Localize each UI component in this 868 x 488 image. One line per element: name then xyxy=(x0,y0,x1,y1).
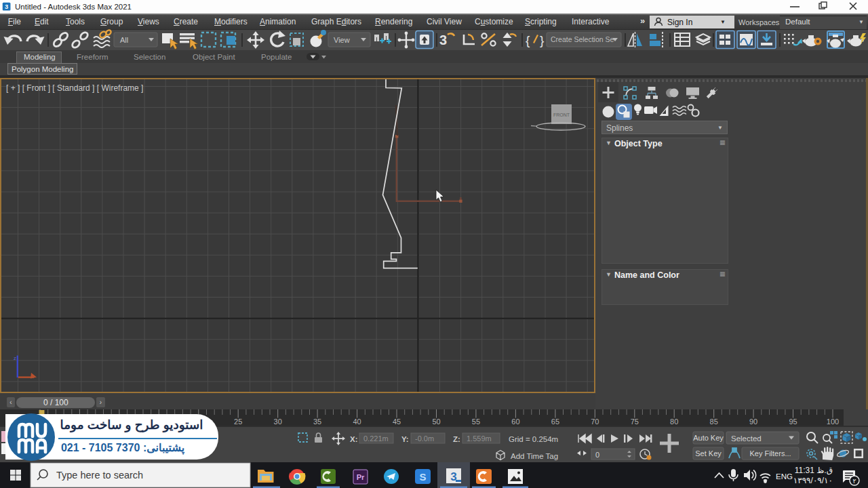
svg-text:Set Key: Set Key xyxy=(695,449,722,458)
svg-text:Z:: Z: xyxy=(453,435,460,443)
svg-text:3: 3 xyxy=(5,3,8,10)
svg-text:Add Time Tag: Add Time Tag xyxy=(511,452,558,460)
svg-text:70: 70 xyxy=(591,418,599,426)
svg-text:90: 90 xyxy=(749,418,757,426)
svg-text:30: 30 xyxy=(274,418,282,426)
svg-text:65: 65 xyxy=(551,418,559,426)
svg-text:Selected: Selected xyxy=(731,434,762,443)
svg-text:55: 55 xyxy=(472,418,480,426)
svg-text:ENG: ENG xyxy=(776,472,793,481)
svg-text:Type here to search: Type here to search xyxy=(56,470,143,481)
svg-text:25: 25 xyxy=(234,418,242,426)
svg-text:-0.0m: -0.0m xyxy=(415,434,434,443)
svg-text:S: S xyxy=(419,471,426,483)
svg-text:3: 3 xyxy=(439,33,447,47)
svg-text:60: 60 xyxy=(511,418,519,426)
svg-text:35: 35 xyxy=(313,418,321,426)
svg-text:0.221m: 0.221m xyxy=(363,434,389,443)
svg-text:1.559m: 1.559m xyxy=(467,434,492,443)
svg-text:All: All xyxy=(120,36,128,44)
svg-text:Pr: Pr xyxy=(357,473,365,481)
svg-text:View: View xyxy=(334,36,350,44)
svg-text:50: 50 xyxy=(432,418,440,426)
svg-text:Y:: Y: xyxy=(401,435,409,443)
svg-text:Grid = 0.254m: Grid = 0.254m xyxy=(509,435,558,443)
svg-text:95: 95 xyxy=(789,418,797,426)
svg-text:FRONT: FRONT xyxy=(553,113,570,117)
svg-text:X:: X: xyxy=(350,435,358,443)
svg-text:40: 40 xyxy=(353,418,361,426)
svg-text:80: 80 xyxy=(670,418,678,426)
svg-text:45: 45 xyxy=(393,418,401,426)
svg-text:[ + ] [ Front ] [ Standard ] [: [ + ] [ Front ] [ Standard ] [ Wireframe… xyxy=(6,83,143,93)
svg-text:85: 85 xyxy=(710,418,718,426)
svg-text:۲: ۲ xyxy=(852,477,856,485)
svg-text:۱۳۹۹/۰۹/۱۰: ۱۳۹۹/۰۹/۱۰ xyxy=(793,476,833,485)
svg-text:75: 75 xyxy=(631,418,639,426)
svg-text:100: 100 xyxy=(827,418,839,426)
svg-text:11:31 ق.ظ: 11:31 ق.ظ xyxy=(795,466,833,475)
svg-text:Auto Key: Auto Key xyxy=(693,434,724,442)
svg-text:}: } xyxy=(540,33,544,47)
svg-text:z: z xyxy=(14,355,16,361)
svg-text:Key Filters...: Key Filters... xyxy=(749,449,791,458)
svg-text:{: { xyxy=(526,33,530,47)
svg-text:Create Selection Se: Create Selection Se xyxy=(551,35,614,43)
svg-text:0: 0 xyxy=(595,451,599,459)
